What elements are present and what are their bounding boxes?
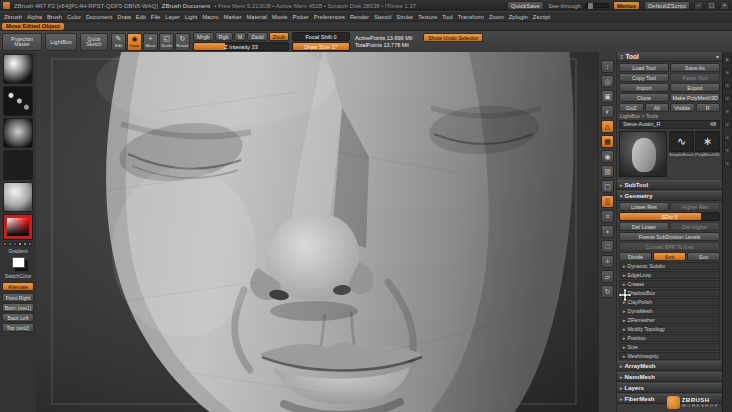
- freeze-subdivision-button[interactable]: Freeze SubDivision Levels: [619, 232, 720, 241]
- scale-icon[interactable]: ▱: [601, 270, 614, 283]
- menu-item[interactable]: Movie: [272, 14, 287, 20]
- geometry-subsection-header[interactable]: ▸ ShadowBox: [619, 289, 720, 297]
- gradient-button[interactable]: Gradient: [8, 248, 27, 255]
- color-chip[interactable]: [13, 242, 17, 246]
- lsym-icon[interactable]: ▥: [601, 165, 614, 178]
- convert-bpr-button[interactable]: Convert BPR To Geo: [619, 242, 720, 251]
- focal-shift-slider[interactable]: Focal Shift 0: [292, 32, 350, 41]
- xpose-icon[interactable]: ≡: [601, 210, 614, 223]
- see-through-slider[interactable]: [585, 3, 609, 8]
- geometry-subsection-header[interactable]: ▸ DynaMesh: [619, 307, 720, 315]
- main-color-swatch[interactable]: [12, 257, 25, 268]
- geometry-section-header[interactable]: ▾ Geometry: [617, 191, 722, 201]
- paint-toggle-button[interactable]: M: [234, 32, 247, 41]
- geometry-button[interactable]: Del Lower: [619, 222, 669, 231]
- menu-item[interactable]: Draw: [117, 14, 131, 20]
- menus-toggle-button[interactable]: Menus: [613, 1, 640, 10]
- menu-item[interactable]: Macro: [202, 14, 218, 20]
- solo-icon[interactable]: ▪: [601, 225, 614, 238]
- palette-subsection-header[interactable]: ▸ NanoMesh: [617, 372, 722, 382]
- close-button[interactable]: ×: [720, 1, 729, 10]
- edge-slot-icon[interactable]: ▪: [724, 160, 731, 167]
- menu-item[interactable]: Stroke: [396, 14, 413, 20]
- ghost-icon[interactable]: ▒: [601, 195, 614, 208]
- sculpt-toggle-button[interactable]: Zadd: [247, 32, 268, 41]
- color-chip[interactable]: [8, 242, 12, 246]
- local-icon[interactable]: ◉: [601, 150, 614, 163]
- color-chip[interactable]: [28, 242, 32, 246]
- rotate-icon[interactable]: ↻: [601, 285, 614, 298]
- edge-slot-icon[interactable]: ▪: [724, 82, 731, 89]
- geometry-button[interactable]: Divide: [619, 252, 652, 261]
- geometry-subsection-header[interactable]: ▸ Size: [619, 343, 720, 351]
- tool-button[interactable]: Import: [619, 83, 669, 92]
- menu-item[interactable]: Zoom: [489, 14, 504, 20]
- sdiv-slider[interactable]: SDiv 6: [619, 212, 720, 221]
- aa-half-icon[interactable]: ◐: [601, 105, 614, 118]
- tool-button[interactable]: Save As: [670, 63, 720, 72]
- edge-slot-icon[interactable]: ▪: [724, 134, 731, 141]
- color-chip[interactable]: [23, 242, 27, 246]
- menu-item[interactable]: Material: [246, 14, 267, 20]
- geometry-subsection-header[interactable]: ▸ EdgeLoop: [619, 271, 720, 279]
- geometry-button[interactable]: Suv: [687, 252, 720, 261]
- geometry-subsection-header[interactable]: ▸ Position: [619, 334, 720, 342]
- z-intensity-slider[interactable]: Z Intensity 33: [193, 42, 289, 51]
- view-button[interactable]: Top (swt2): [2, 323, 34, 332]
- edge-slot-icon[interactable]: ▪: [724, 147, 731, 154]
- menu-item[interactable]: Texture: [418, 14, 437, 20]
- tool-button[interactable]: Clone: [619, 93, 669, 102]
- geometry-subsection-header[interactable]: ▸ ZRemesher: [619, 316, 720, 324]
- menu-item[interactable]: Brush: [47, 14, 62, 20]
- brush-selector[interactable]: [3, 54, 33, 84]
- palette-subsection-header[interactable]: ▸ Layers: [617, 383, 722, 393]
- tray-divider-chevron-icon[interactable]: ▸: [724, 56, 731, 63]
- stroke-selector[interactable]: [3, 86, 33, 116]
- menu-item[interactable]: Alpha: [27, 14, 42, 20]
- tool-button[interactable]: GoZ: [619, 103, 644, 112]
- geometry-subsection-header[interactable]: ▸ Crease: [619, 280, 720, 288]
- see-through-slider-knob[interactable]: [588, 3, 593, 9]
- palette-chevron-icon[interactable]: ▾: [716, 53, 719, 60]
- rotate-mode-button[interactable]: ↻ Rotate: [175, 33, 190, 51]
- transp-icon[interactable]: ▢: [601, 180, 614, 193]
- menu-item[interactable]: Picker: [293, 14, 309, 20]
- palette-subsection-header[interactable]: ▸ ArrayMesh: [617, 361, 722, 371]
- menu-item[interactable]: Render: [350, 14, 369, 20]
- subtool-section-header[interactable]: ▸ SubTool: [617, 180, 722, 190]
- menu-item[interactable]: Stencil: [374, 14, 391, 20]
- default-zscript-button[interactable]: DefaultZScript: [644, 1, 690, 10]
- view-button[interactable]: Back Left: [2, 313, 34, 322]
- geometry-button[interactable]: Del Higher: [670, 222, 720, 231]
- switchcolor-button[interactable]: SwitchColor: [5, 273, 32, 280]
- menu-item[interactable]: Transform: [458, 14, 484, 20]
- minimize-button[interactable]: –: [694, 1, 703, 10]
- floor-icon[interactable]: ▦: [601, 135, 614, 148]
- tool-button[interactable]: Copy Tool: [619, 73, 669, 82]
- alpha-selector[interactable]: [3, 118, 33, 148]
- menu-item[interactable]: Zscript: [533, 14, 550, 20]
- paint-toggle-button[interactable]: Mrgb: [193, 32, 214, 41]
- menu-item[interactable]: Light: [185, 14, 198, 20]
- tool-button[interactable]: R: [696, 103, 721, 112]
- menu-item[interactable]: Marker: [223, 14, 241, 20]
- menu-item[interactable]: Edit: [136, 14, 146, 20]
- material-selector[interactable]: [3, 182, 33, 212]
- geometry-subsection-header[interactable]: ▸ MeshIntegrity: [619, 352, 720, 360]
- menu-item[interactable]: Preferences: [314, 14, 345, 20]
- lightbox-button[interactable]: LightBox: [45, 33, 77, 51]
- edge-slot-icon[interactable]: ▪: [724, 108, 731, 115]
- draw-size-slider[interactable]: Draw Size 17: [292, 42, 350, 51]
- menu-item[interactable]: Layer: [165, 14, 180, 20]
- palette-menu-icon[interactable]: ≡: [620, 54, 624, 60]
- maximize-button[interactable]: ▢: [707, 1, 716, 10]
- actual-size-icon[interactable]: ▣: [601, 90, 614, 103]
- geometry-subsection-header[interactable]: ▸ Dynamic Subdiv: [619, 262, 720, 270]
- move-icon[interactable]: +: [601, 255, 614, 268]
- menu-item[interactable]: Zplugin: [509, 14, 528, 20]
- move-mode-button[interactable]: + Move: [143, 33, 158, 51]
- view-button[interactable]: Botm (swt1): [2, 303, 34, 312]
- color-chip[interactable]: [18, 242, 22, 246]
- show-undo-selector-button[interactable]: Show Undo Selector: [423, 33, 483, 42]
- persp-icon[interactable]: △: [601, 120, 614, 133]
